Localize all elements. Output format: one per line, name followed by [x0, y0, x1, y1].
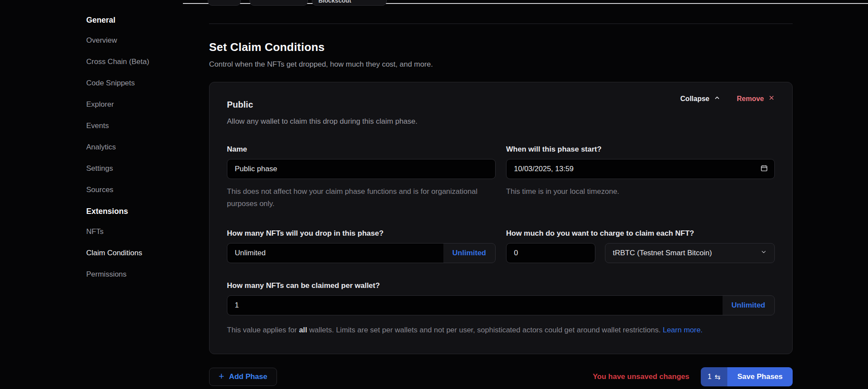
plus-icon: + [219, 372, 224, 381]
per-wallet-input-group: Unlimited [227, 295, 775, 315]
supply-input-group: Unlimited [227, 243, 496, 263]
sidebar-item-settings[interactable]: Settings [86, 164, 191, 173]
sidebar-item-overview[interactable]: Overview [86, 36, 191, 45]
sidebar-section-title: General [86, 16, 191, 25]
phase-form-row-3: How many NFTs can be claimed per wallet?… [227, 281, 775, 336]
save-split-button: 1 ⇆ Save Phases [701, 367, 793, 386]
phase-form-row-1: Name This does not affect how your claim… [227, 145, 775, 210]
block-explorer-button[interactable]: Rootstock Blockscout [312, 0, 387, 6]
start-field-group: When will this phase start? This time is… [506, 145, 775, 210]
claim-phase-card: Collapse Remove Public Allow any wallet … [209, 82, 793, 354]
phase-start-datetime-input[interactable] [506, 159, 775, 179]
price-controls: tRBTC (Testnet Smart Bitcoin) [506, 243, 775, 263]
chevron-up-icon [714, 95, 720, 103]
sidebar-section-general: General Overview Cross Chain (Beta) Code… [86, 16, 191, 194]
calendar-icon[interactable] [760, 165, 768, 174]
page-subtitle: Control when the NFTs get dropped, how m… [209, 60, 793, 69]
helper-prefix: This value applies for [227, 326, 299, 334]
learn-more-link[interactable]: Learn more. [663, 326, 703, 334]
per-wallet-input[interactable] [227, 296, 723, 315]
chevron-down-icon [760, 249, 767, 257]
copy-icon [252, 0, 257, 0]
supply-input[interactable] [227, 244, 443, 263]
per-wallet-unlimited-button[interactable]: Unlimited [723, 296, 774, 315]
sidebar-item-explorer[interactable]: Explorer [86, 100, 191, 109]
sidebar-item-nfts[interactable]: NFTs [86, 227, 191, 236]
supply-field-group: How many NFTs will you drop in this phas… [227, 229, 496, 263]
sidebar-item-sources[interactable]: Sources [86, 186, 191, 194]
price-amount-input[interactable] [506, 243, 595, 263]
sidebar-item-events[interactable]: Events [86, 122, 191, 130]
name-field-group: Name This does not affect how your claim… [227, 145, 496, 210]
currency-selected-value: tRBTC (Testnet Smart Bitcoin) [613, 249, 712, 257]
name-label: Name [227, 145, 496, 154]
sidebar-section-extensions: Extensions NFTs Claim Conditions Permiss… [86, 207, 191, 279]
per-wallet-label: How many NFTs can be claimed per wallet? [227, 281, 775, 290]
save-cluster: You have unsaved changes 1 ⇆ Save Phases [593, 367, 793, 386]
external-link-icon [375, 0, 380, 0]
sidebar-item-cross-chain[interactable]: Cross Chain (Beta) [86, 58, 191, 66]
remove-label: Remove [737, 95, 764, 103]
transaction-count-button[interactable]: 1 ⇆ [701, 367, 727, 386]
phases-footer: + Add Phase You have unsaved changes 1 ⇆… [209, 367, 793, 386]
timezone-helper-text: This time is in your local timezone. [506, 186, 767, 198]
start-label: When will this phase start? [506, 145, 775, 154]
collapse-phase-button[interactable]: Collapse [680, 95, 720, 103]
add-phase-label: Add Phase [229, 372, 267, 381]
phase-name-input[interactable] [227, 159, 496, 179]
swap-arrows-icon: ⇆ [715, 373, 720, 381]
currency-select[interactable]: tRBTC (Testnet Smart Bitcoin) [605, 243, 775, 263]
helper-bold: all [299, 326, 307, 334]
sidebar-item-permissions[interactable]: Permissions [86, 270, 191, 279]
phase-description: Allow any wallet to claim this drop duri… [227, 117, 775, 126]
supply-unlimited-button[interactable]: Unlimited [443, 244, 495, 263]
save-phases-button[interactable]: Save Phases [727, 367, 793, 386]
close-icon [768, 95, 775, 103]
per-wallet-helper-text: This value applies for all wallets. Limi… [227, 324, 775, 336]
sidebar-item-analytics[interactable]: Analytics [86, 143, 191, 152]
phase-form-row-2: How many NFTs will you drop in this phas… [227, 229, 775, 263]
price-label: How much do you want to charge to claim … [506, 229, 775, 238]
contract-sidebar: General Overview Cross Chain (Beta) Code… [86, 16, 191, 291]
sidebar-section-title: Extensions [86, 207, 191, 216]
contract-address-label: 0xEdBe...F38e9 [261, 0, 306, 0]
unsaved-changes-text: You have unsaved changes [593, 372, 689, 381]
sidebar-item-claim-conditions[interactable]: Claim Conditions [86, 249, 191, 257]
remove-phase-button[interactable]: Remove [737, 95, 775, 103]
helper-suffix: wallets. Limits are set per wallets and … [307, 326, 662, 334]
claim-conditions-page: Set Claim Conditions Control when the NF… [209, 0, 793, 386]
per-wallet-field-group: How many NFTs can be claimed per wallet?… [227, 281, 775, 336]
sidebar-item-code-snippets[interactable]: Code Snippets [86, 79, 191, 88]
explorer-name-label: Rootstock Blockscout [318, 0, 371, 4]
header-divider [209, 24, 793, 24]
datetime-value[interactable] [506, 159, 775, 179]
name-helper-text: This does not affect how your claim phas… [227, 186, 488, 210]
collapse-label: Collapse [680, 95, 709, 103]
price-field-group: How much do you want to charge to claim … [506, 229, 775, 263]
page-title: Set Claim Conditions [209, 41, 793, 54]
tx-count: 1 [708, 373, 712, 381]
add-phase-button[interactable]: + Add Phase [209, 368, 277, 386]
phase-card-actions: Collapse Remove [680, 95, 775, 103]
supply-label: How many NFTs will you drop in this phas… [227, 229, 496, 238]
claim-tab-pill[interactable] [208, 0, 241, 6]
contract-address-button[interactable]: 0xEdBe...F38e9 [250, 0, 308, 6]
